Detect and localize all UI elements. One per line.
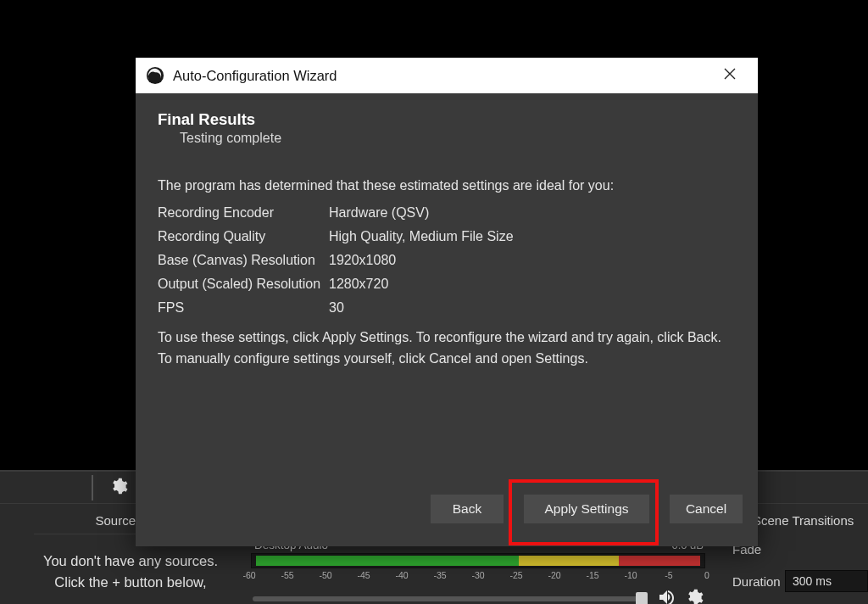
meter-tick: -35 bbox=[433, 570, 446, 580]
dialog-titlebar[interactable]: Auto-Configuration Wizard bbox=[136, 58, 758, 93]
setting-value: Hardware (QSV) bbox=[329, 205, 736, 221]
setting-label: FPS bbox=[158, 300, 329, 316]
speaker-icon[interactable] bbox=[654, 587, 678, 604]
meter-tick: -45 bbox=[357, 570, 370, 580]
meter-tick: -5 bbox=[665, 570, 672, 580]
meter-red-segment bbox=[619, 556, 700, 566]
meter-tick: -15 bbox=[586, 570, 598, 580]
setting-value: High Quality, Medium File Size bbox=[329, 229, 736, 244]
no-sources-line: Click the + button below, bbox=[24, 572, 237, 593]
audio-level-meter bbox=[251, 553, 705, 568]
meter-tick: 0 bbox=[704, 570, 709, 580]
dialog-button-row: Back Apply Settings Cancel bbox=[136, 480, 758, 546]
results-heading: Final Results bbox=[158, 110, 736, 129]
setting-label: Base (Canvas) Resolution bbox=[158, 253, 329, 268]
obs-logo-icon bbox=[146, 66, 164, 85]
setting-label: Output (Scaled) Resolution bbox=[158, 277, 329, 292]
meter-tick: -60 bbox=[242, 570, 255, 580]
back-button[interactable]: Back bbox=[431, 495, 504, 523]
transition-duration-field[interactable]: 300 ms bbox=[785, 570, 868, 592]
volume-slider-thumb[interactable] bbox=[636, 592, 648, 604]
meter-tick: -30 bbox=[471, 570, 484, 580]
transition-duration-label: Duration bbox=[726, 574, 785, 589]
setting-label: Recording Encoder bbox=[158, 205, 329, 221]
results-subheading: Testing complete bbox=[180, 131, 736, 146]
meter-green-segment bbox=[256, 556, 519, 566]
cancel-button[interactable]: Cancel bbox=[670, 495, 743, 523]
scene-transitions-header: Scene Transitions bbox=[749, 513, 868, 534]
setting-label: Recording Quality bbox=[158, 229, 329, 244]
setting-value: 1280x720 bbox=[329, 277, 736, 292]
sources-settings-button[interactable] bbox=[92, 475, 132, 501]
apply-settings-button[interactable]: Apply Settings bbox=[524, 495, 649, 523]
volume-slider[interactable] bbox=[253, 596, 648, 601]
meter-tick: -40 bbox=[395, 570, 408, 580]
auto-configuration-wizard-dialog: Auto-Configuration Wizard Final Results … bbox=[136, 58, 758, 546]
meter-tick: -20 bbox=[548, 570, 560, 580]
no-sources-message: You don't have any sources. Click the + … bbox=[24, 551, 237, 593]
dialog-close-button[interactable] bbox=[712, 58, 748, 93]
meter-tick: -55 bbox=[281, 570, 293, 580]
meter-tick: -10 bbox=[624, 570, 637, 580]
setting-value: 1920x1080 bbox=[329, 253, 736, 268]
results-intro-text: The program has determined that these es… bbox=[158, 178, 736, 193]
results-settings-table: Recording Encoder Hardware (QSV) Recordi… bbox=[158, 205, 736, 316]
meter-tick: -50 bbox=[319, 570, 331, 580]
dialog-body: Final Results Testing complete The progr… bbox=[136, 93, 758, 480]
setting-value: 30 bbox=[329, 300, 736, 316]
mixer-settings-button[interactable] bbox=[685, 588, 704, 604]
no-sources-line: You don't have any sources. bbox=[24, 551, 237, 572]
meter-tick: -25 bbox=[509, 570, 522, 580]
dialog-title: Auto-Configuration Wizard bbox=[173, 68, 712, 84]
meter-yellow-segment bbox=[519, 556, 618, 566]
close-icon bbox=[723, 67, 737, 84]
audio-mixer: Desktop Audio 0.0 dB -60-55-50-45-40-35-… bbox=[249, 539, 707, 604]
results-outro-text: To use these settings, click Apply Setti… bbox=[158, 327, 736, 370]
meter-tick-labels: -60-55-50-45-40-35-30-25-20-15-10-50 bbox=[249, 570, 707, 584]
gear-icon bbox=[109, 477, 128, 499]
